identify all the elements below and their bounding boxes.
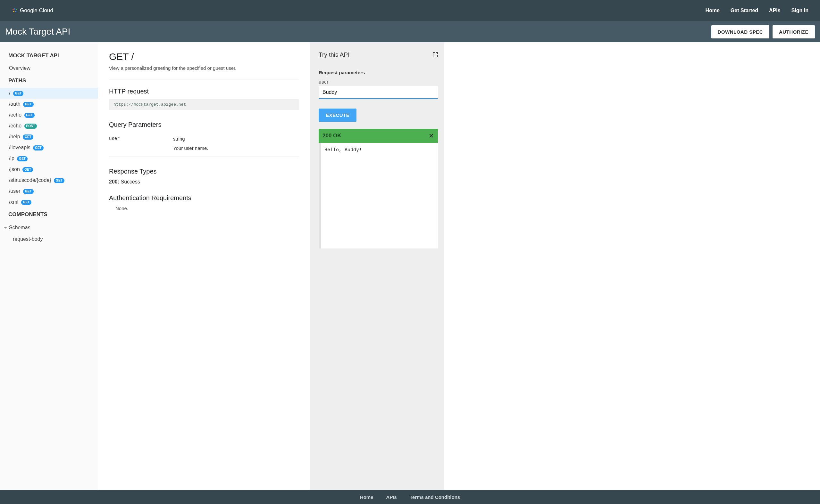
nav-get-started[interactable]: Get Started [731,8,758,13]
http-url-box: https://mocktarget.apigee.net [109,99,299,110]
sidebar-paths-title: PATHS [0,74,98,88]
sidebar-path-help[interactable]: /help GET [0,131,98,142]
endpoint-title: GET / [109,51,299,62]
path-label: /help [9,134,20,139]
method-badge-get: GET [23,102,34,107]
header-bar: Mock Target API DOWNLOAD SPEC AUTHORIZE [0,21,820,42]
caret-down-icon [4,227,7,229]
response-code: 200: [109,179,119,184]
sidebar-path-json[interactable]: /json GET [0,164,98,175]
param-user-label: user [319,80,438,85]
path-label: /xml [9,199,18,205]
request-params-label: Request parameters [319,70,438,75]
param-user-input[interactable] [319,86,438,99]
sidebar-path-echo-get[interactable]: /echo GET [0,110,98,120]
main-content: GET / View a personalized greeting for t… [98,42,310,490]
sidebar-schemas[interactable]: Schemas [0,222,98,234]
expand-icon[interactable] [433,52,438,57]
close-icon[interactable]: ✕ [429,132,434,140]
schemas-label: Schemas [9,225,30,231]
nav-sign-in[interactable]: Sign In [791,8,808,13]
footer-terms[interactable]: Terms and Conditions [410,494,460,500]
status-text: 200 OK [323,133,341,139]
method-badge-get: GET [23,189,34,194]
top-nav: Google Cloud Home Get Started APIs Sign … [0,0,820,21]
query-param-row: user string Your user name. [109,132,299,157]
divider [109,79,299,79]
sidebar-schema-request-body[interactable]: request-body [0,234,98,245]
svg-point-0 [12,9,14,10]
sidebar: MOCK TARGET API Overview PATHS / GET /au… [0,42,98,490]
nav-apis[interactable]: APIs [769,8,781,13]
authorize-button[interactable]: AUTHORIZE [773,25,815,38]
brand-text: Google Cloud [20,7,53,14]
method-badge-post: POST [24,124,37,129]
footer: Home APIs Terms and Conditions [0,490,820,504]
method-badge-get: GET [13,91,24,96]
auth-none-text: None. [109,206,299,211]
method-badge-get: GET [22,167,33,172]
sidebar-path-statuscode[interactable]: /statuscode/{code} GET [0,175,98,186]
path-label: /ip [9,156,14,161]
sidebar-path-iloveapis[interactable]: /iloveapis GET [0,142,98,153]
path-label: /echo [9,112,21,118]
method-badge-get: GET [24,113,35,118]
nav-home[interactable]: Home [705,8,719,13]
auth-requirements-heading: Authentication Requirements [109,194,299,202]
footer-apis[interactable]: APIs [386,494,397,500]
path-label: /echo [9,123,21,128]
try-header-row: Try this API [319,51,438,58]
footer-home[interactable]: Home [360,494,373,500]
svg-point-1 [14,8,15,10]
sidebar-path-user[interactable]: /user GET [0,186,98,197]
path-label: /statuscode/{code} [9,177,51,183]
method-badge-get: GET [54,178,64,183]
endpoint-subtitle: View a personalized greeting for the spe… [109,65,299,71]
response-types-heading: Response Types [109,168,299,175]
nav-links: Home Get Started APIs Sign In [705,8,808,13]
http-request-heading: HTTP request [109,88,299,95]
path-label: /user [9,188,20,194]
try-this-api-panel: Try this API Request parameters user EXE… [310,42,444,490]
query-param-desc: string Your user name. [173,136,299,151]
method-badge-get: GET [33,145,44,150]
path-label: /json [9,167,20,172]
sidebar-path-echo-post[interactable]: /echo POST [0,120,98,131]
sidebar-components-title: COMPONENTS [0,207,98,222]
layout: MOCK TARGET API Overview PATHS / GET /au… [0,42,820,490]
svg-point-3 [13,11,14,12]
method-badge-get: GET [17,156,28,161]
brand-logo[interactable]: Google Cloud [12,7,53,14]
cloud-logo-icon [12,7,18,14]
sidebar-path-auth[interactable]: /auth GET [0,99,98,110]
response-body: Hello, Buddy! [319,143,438,248]
response-type-line: 200: Success [109,179,299,185]
path-label: /iloveapis [9,145,30,150]
response-text: Success [120,179,140,184]
sidebar-path-ip[interactable]: /ip GET [0,153,98,164]
sidebar-overview[interactable]: Overview [0,63,98,74]
query-param-text: Your user name. [173,145,299,151]
method-badge-get: GET [21,200,32,205]
method-badge-get: GET [23,134,33,140]
execute-button[interactable]: EXECUTE [319,109,357,122]
path-label: / [9,90,10,96]
download-spec-button[interactable]: DOWNLOAD SPEC [711,25,770,38]
try-this-api-title: Try this API [319,51,349,58]
query-param-type: string [173,136,299,142]
header-actions: DOWNLOAD SPEC AUTHORIZE [711,25,815,38]
query-params-heading: Query Parameters [109,121,299,128]
sidebar-path-root[interactable]: / GET [0,88,98,99]
sidebar-path-xml[interactable]: /xml GET [0,197,98,207]
svg-point-2 [16,9,17,10]
path-label: /auth [9,101,20,107]
page-title: Mock Target API [5,27,70,37]
svg-point-4 [15,11,16,12]
sidebar-api-title: MOCK TARGET API [0,49,98,63]
response-status-bar: 200 OK ✕ [319,129,438,143]
query-param-name: user [109,136,173,151]
